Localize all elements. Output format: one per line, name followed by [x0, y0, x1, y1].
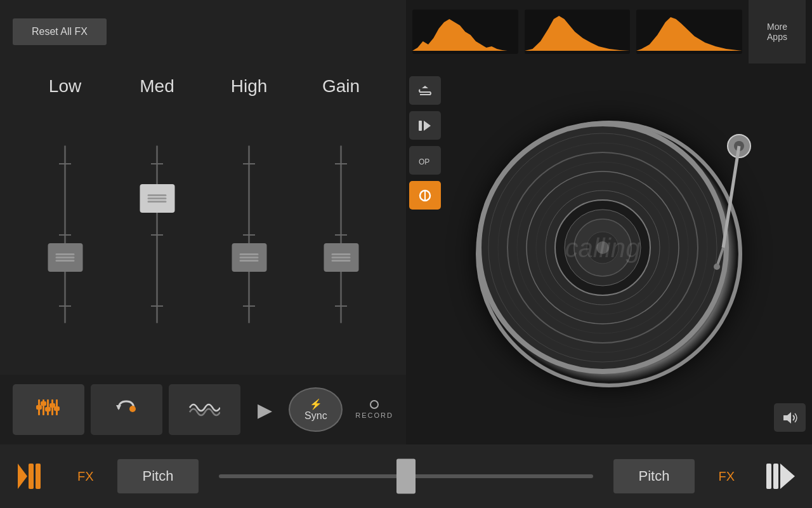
turntable-area: OP: [406, 64, 812, 444]
sync-button[interactable]: ⚡ Sync: [289, 387, 343, 432]
svg-point-35: [714, 264, 720, 270]
undo-button[interactable]: [91, 384, 162, 435]
tonearm: [704, 133, 755, 276]
eq-label-med: Med: [126, 76, 189, 97]
eq-label-low: Low: [34, 76, 97, 97]
fx-button[interactable]: [409, 181, 441, 210]
slider-handle-med[interactable]: [140, 184, 174, 213]
turntable-disc: calling: [476, 121, 742, 387]
svg-line-33: [723, 146, 739, 248]
svg-marker-42: [780, 464, 795, 489]
slider-line-low: [64, 145, 66, 323]
top-right-panel: More Apps: [406, 0, 812, 64]
wave-button[interactable]: [169, 384, 240, 435]
eq-icon: [36, 396, 61, 423]
reset-all-fx-button[interactable]: Reset All FX: [13, 18, 107, 45]
slider-handle-gain[interactable]: [324, 243, 358, 272]
svg-point-11: [129, 406, 136, 412]
left-pitch-button[interactable]: Pitch: [117, 459, 199, 493]
slider-handle-high[interactable]: [232, 243, 266, 272]
volume-button[interactable]: [774, 403, 806, 432]
pitch-slider-handle[interactable]: [396, 459, 416, 494]
sync-label: Sync: [304, 410, 327, 422]
controls-bar: ▶ ⚡ Sync RECORD: [0, 375, 406, 444]
svg-rect-6: [41, 401, 46, 406]
pitch-slider-track: [219, 474, 593, 478]
record-section: RECORD: [355, 400, 393, 419]
record-indicator: [370, 400, 379, 409]
svg-rect-41: [773, 464, 778, 489]
more-apps-button[interactable]: More Apps: [749, 0, 806, 64]
svg-text:OP: OP: [419, 157, 429, 166]
slider-line-gain: [340, 145, 342, 323]
eq-label-gain: Gain: [310, 76, 373, 97]
svg-marker-13: [424, 121, 431, 131]
bottom-right-controls: Pitch FX: [613, 454, 802, 498]
svg-marker-36: [783, 412, 791, 424]
bottom-bar: FX Pitch Pitch FX: [0, 444, 812, 508]
eq-labels: Low Med High Gain: [19, 76, 387, 97]
svg-rect-7: [45, 407, 51, 411]
eq-label-high: High: [218, 76, 281, 97]
left-panel: Low Med High Gain: [0, 64, 406, 444]
svg-rect-38: [29, 464, 34, 489]
top-bar: Reset All FX More Apps: [0, 0, 812, 64]
pitch-slider-container: [206, 474, 605, 478]
sync-icon: ⚡: [310, 398, 322, 410]
svg-rect-39: [36, 464, 41, 489]
right-panel: OP: [406, 64, 812, 444]
waveform-right[interactable]: [636, 10, 742, 54]
left-fx-button[interactable]: FX: [62, 462, 110, 491]
eq-slider-med[interactable]: [132, 145, 183, 323]
right-play-pause-button[interactable]: [758, 454, 802, 498]
eq-toggle-button[interactable]: [13, 384, 84, 435]
cue-button[interactable]: [409, 111, 441, 140]
side-buttons: OP: [409, 76, 441, 210]
svg-text:calling: calling: [565, 233, 640, 263]
svg-marker-10: [116, 405, 121, 410]
main-area: Low Med High Gain: [0, 64, 812, 444]
waveform-center[interactable]: [525, 10, 631, 54]
svg-rect-5: [36, 405, 42, 410]
slider-handle-low[interactable]: [48, 243, 82, 272]
right-pitch-button[interactable]: Pitch: [613, 459, 695, 493]
eq-slider-high[interactable]: [224, 145, 275, 323]
svg-marker-37: [18, 464, 27, 489]
svg-rect-9: [54, 406, 60, 411]
wave-icon: [188, 398, 220, 422]
play-button[interactable]: ▶: [247, 391, 282, 429]
waveform-left[interactable]: [412, 10, 518, 54]
slider-line-high: [248, 145, 250, 323]
eq-sliders: [19, 106, 387, 362]
record-label: RECORD: [355, 411, 393, 419]
svg-rect-40: [766, 464, 771, 489]
left-play-pause-button[interactable]: [10, 454, 54, 498]
eq-slider-low[interactable]: [40, 145, 91, 323]
right-fx-button[interactable]: FX: [702, 462, 750, 491]
turntable[interactable]: calling: [476, 121, 742, 387]
loop-button[interactable]: [409, 76, 441, 105]
eq-section: Low Med High Gain: [0, 64, 406, 375]
top-left-panel: Reset All FX: [0, 0, 406, 64]
waveform-container: [406, 0, 749, 64]
loop-in-button[interactable]: OP: [409, 146, 441, 175]
undo-icon: [112, 396, 141, 423]
svg-rect-12: [419, 121, 422, 131]
eq-slider-gain[interactable]: [316, 145, 367, 323]
play-icon: ▶: [258, 399, 272, 421]
slider-line-med: [156, 145, 158, 323]
